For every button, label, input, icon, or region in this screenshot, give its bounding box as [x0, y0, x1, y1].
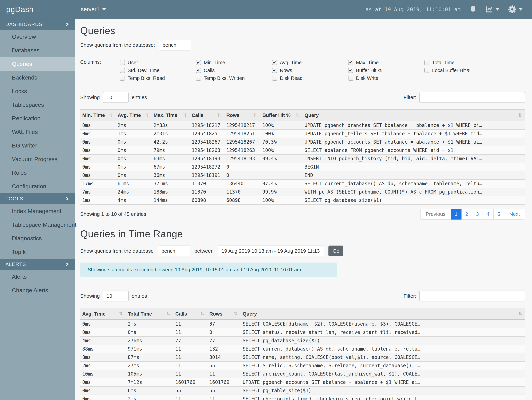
sidebar-section-alerts[interactable]: ALERTS	[0, 259, 75, 270]
sidebar-item-replication[interactable]: Replication	[0, 111, 75, 125]
settings-menu-button[interactable]	[508, 5, 522, 13]
column-checkbox-total-time[interactable]: Total Time	[424, 59, 500, 66]
notifications-button[interactable]	[469, 6, 477, 13]
sidebar-section-tools[interactable]: TOOLS	[0, 193, 75, 204]
query-link[interactable]: SELECT name, setting, COALESCE(boot_val,…	[241, 353, 525, 362]
sort-icon[interactable]: ⇅	[183, 113, 187, 118]
column-header-query[interactable]: Query⇅	[241, 308, 525, 320]
sidebar-item-diagnostics[interactable]: Diagnostics	[0, 231, 75, 245]
sidebar-item-top-k[interactable]: Top k	[0, 245, 75, 259]
column-checkbox-std-dev-time[interactable]: Std. Dev. Time	[120, 66, 196, 74]
column-checkbox-disk-read[interactable]: Disk Read	[272, 74, 348, 82]
sidebar-item-change-alerts[interactable]: Change Alerts	[0, 283, 75, 297]
entries-count-input-2[interactable]	[103, 291, 129, 301]
sidebar-item-index-management[interactable]: Index Management	[0, 204, 75, 218]
page-button-4[interactable]: 4	[483, 209, 494, 220]
sort-icon[interactable]: ⇅	[108, 113, 113, 118]
query-link[interactable]: SELECT pg_database_size($1)	[303, 196, 525, 204]
query-link[interactable]: SELECT abalance FROM pgbench_accounts WH…	[303, 146, 525, 154]
column-header-avg-time[interactable]: Avg. Time⇅	[115, 110, 152, 121]
sidebar-item-bg-writer[interactable]: BG Writer	[0, 139, 75, 152]
column-checkbox-temp-blks-read[interactable]: Temp Blks. Read	[120, 74, 196, 82]
sort-icon[interactable]: ⇅	[166, 311, 170, 317]
column-checkbox-user[interactable]: User	[120, 59, 196, 66]
column-checkbox-rows[interactable]: Rows	[272, 66, 348, 74]
sidebar-item-databases[interactable]: Databases	[0, 44, 75, 57]
sidebar-item-roles[interactable]: Roles	[0, 166, 75, 179]
sort-icon[interactable]: ⇅	[234, 311, 238, 317]
column-header-calls[interactable]: Calls⇅	[190, 110, 224, 121]
column-header-total-time[interactable]: Total Time⇅	[126, 308, 173, 320]
page-button-3[interactable]: 3	[472, 209, 483, 220]
query-link[interactable]: SELECT pg_table_size($1)	[241, 386, 525, 395]
sidebar-item-tablespace-management[interactable]: Tablespace Management	[0, 218, 75, 231]
previous-page-button[interactable]: Previous	[420, 209, 451, 220]
column-checkbox-calls[interactable]: Calls	[196, 66, 272, 74]
column-header-calls[interactable]: Calls⇅	[173, 308, 207, 320]
query-link[interactable]: INSERT INTO pgbench_history (tid, bid, a…	[303, 154, 525, 163]
next-page-button[interactable]: Next	[504, 209, 525, 220]
sidebar-section-dashboards[interactable]: DASHBOARDS	[0, 19, 75, 30]
query-link[interactable]: BEGIN	[303, 163, 525, 171]
page-button-2[interactable]: 2	[462, 209, 472, 220]
sidebar-item-tablespaces[interactable]: Tablespaces	[0, 98, 75, 111]
column-header-avg-time[interactable]: Avg. Time⇅	[80, 308, 126, 320]
query-link[interactable]: UPDATE pgbench_accounts SET abalance = a…	[303, 138, 525, 146]
query-link[interactable]: SELECT S.relid, S.schemaname, S.relname,…	[241, 362, 525, 370]
query-link[interactable]: UPDATE pgbench_branches SET bbalance = b…	[303, 121, 525, 130]
query-link[interactable]: SELECT status, receive_start_lsn, receiv…	[241, 328, 525, 337]
sort-icon[interactable]: ⇅	[253, 113, 257, 118]
time-range-input[interactable]	[218, 246, 324, 256]
query-link[interactable]: SELECT current_database() AS db, scheman…	[241, 345, 525, 353]
query-link[interactable]: SELECT current_database() AS db, scheman…	[303, 179, 525, 188]
column-checkbox-local-buffer-hit[interactable]: Local Buffer Hit %	[424, 66, 500, 74]
column-header-max-time[interactable]: Max. Time⇅	[152, 110, 190, 121]
sort-icon[interactable]: ⇅	[518, 113, 522, 118]
sidebar-item-wal-files[interactable]: WAL Files	[0, 125, 75, 139]
query-link[interactable]: END	[303, 171, 525, 179]
query-link[interactable]: UPDATE pgbench_accounts SET abalance = a…	[241, 378, 525, 386]
charts-menu-button[interactable]	[485, 6, 499, 13]
sort-icon[interactable]: ⇅	[145, 113, 148, 118]
column-checkbox-max-time[interactable]: Max. Time	[348, 59, 424, 66]
sort-icon[interactable]: ⇅	[217, 113, 221, 118]
entries-label-2: entries	[132, 293, 147, 299]
column-header-rows[interactable]: Rows⇅	[224, 110, 260, 121]
query-link[interactable]: SELECT archived_count, COALESCE(last_arc…	[241, 370, 525, 378]
page-button-5[interactable]: 5	[494, 209, 504, 220]
column-checkbox-min-time[interactable]: Min. Time	[196, 59, 272, 66]
sort-icon[interactable]: ⇅	[296, 113, 299, 118]
sort-icon[interactable]: ⇅	[119, 311, 123, 317]
database-input[interactable]	[159, 40, 191, 51]
query-link[interactable]: SELECT COALESCE(datname, $2), COALESCE(u…	[241, 320, 525, 328]
page-button-1[interactable]: 1	[451, 209, 462, 220]
entries-count-input[interactable]	[103, 92, 129, 103]
column-checkbox-buffer-hit[interactable]: Buffer Hit %	[348, 66, 424, 74]
go-button[interactable]: Go	[329, 246, 343, 256]
sidebar-item-overview[interactable]: Overview	[0, 30, 75, 44]
filter-input-2[interactable]	[419, 291, 525, 301]
column-header-min-time[interactable]: Min. Time⇅	[80, 110, 115, 121]
column-header-buffer-hit[interactable]: Buffer Hit %⇅	[260, 110, 303, 121]
query-link[interactable]: SELECT checkpoints_timed, checkpoints_re…	[241, 395, 525, 400]
column-checkbox-disk-write[interactable]: Disk Write	[348, 74, 424, 82]
query-link[interactable]: SELECT pg_database_size($1)	[241, 337, 525, 345]
checkbox-icon	[272, 68, 277, 73]
sidebar-item-locks[interactable]: Locks	[0, 84, 75, 98]
column-checkbox-avg-time[interactable]: Avg. Time	[272, 59, 348, 66]
filter-input[interactable]	[419, 92, 525, 103]
sort-icon[interactable]: ⇅	[518, 311, 522, 317]
database-input-2[interactable]	[158, 246, 190, 256]
sidebar-item-queries[interactable]: Queries	[0, 57, 75, 71]
query-link[interactable]: UPDATE pgbench_tellers SET tbalance = tb…	[303, 129, 525, 138]
query-link[interactable]: WITH pc AS (SELECT pubname, COUNT(*) AS …	[303, 188, 525, 196]
column-checkbox-temp-blks-written[interactable]: Temp Blks. Written	[196, 74, 272, 82]
sidebar-item-configuration[interactable]: Configuration	[0, 179, 75, 193]
sidebar-item-backends[interactable]: Backends	[0, 71, 75, 84]
sidebar-item-alerts[interactable]: Alerts	[0, 270, 75, 283]
column-header-query[interactable]: Query⇅	[303, 110, 525, 121]
column-header-rows[interactable]: Rows⇅	[207, 308, 241, 320]
sort-icon[interactable]: ⇅	[200, 311, 204, 317]
server-selector[interactable]: server1	[81, 6, 106, 13]
sidebar-item-vacuum-progress[interactable]: Vacuum Progress	[0, 152, 75, 166]
